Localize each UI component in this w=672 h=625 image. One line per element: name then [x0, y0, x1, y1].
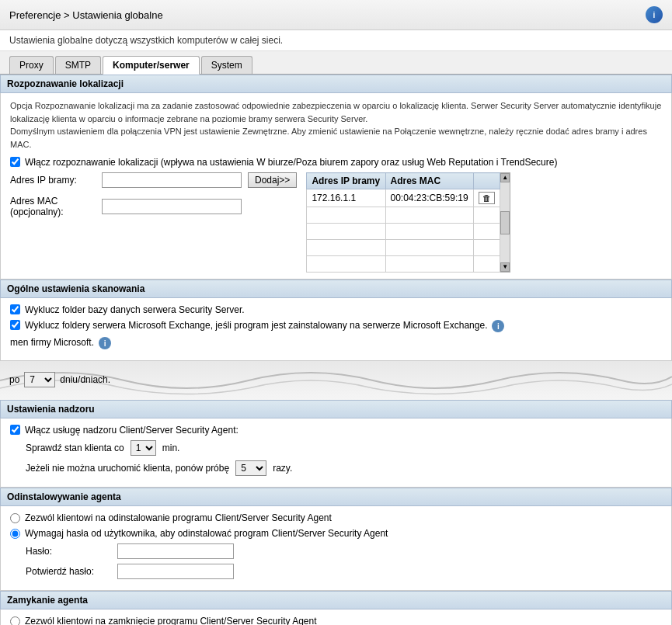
scan-checkbox-row-1: Wyklucz folder bazy danych serwera Secur… [10, 304, 662, 315]
scan-label-2: Wyklucz foldery serwera Microsoft Exchan… [25, 320, 487, 331]
page-header: Preferencje > Ustawienia globalne i [0, 0, 672, 30]
check-interval-row: Sprawdź stan klienta co 1 2 5 min. [26, 440, 662, 456]
close-radio-1[interactable] [10, 616, 20, 626]
monitoring-checkbox[interactable] [10, 425, 20, 435]
after-row: po 7 14 30 dniu/dniach. [9, 372, 110, 387]
table-cell-mac: 00:04:23:CB:59:19 [385, 189, 473, 207]
scan-checkbox-2[interactable] [10, 320, 20, 330]
table-row [307, 207, 500, 224]
scan-checkbox-row-3: men firmy Microsoft. i [10, 337, 662, 349]
tabs-bar: Proxy SMTP Komputer/serwer System [0, 51, 672, 75]
tab-proxy[interactable]: Proxy [9, 56, 54, 74]
monitoring-section-header: Ustawienia nadzoru [0, 400, 672, 418]
scan-label-1: Wyklucz folder bazy danych serwera Secur… [25, 304, 245, 315]
location-checkbox-row: Włącz rozpoznawanie lokalizacji (wpływa … [10, 157, 662, 168]
check-interval-prefix: Sprawdź stan klienta co [26, 443, 124, 453]
password-input[interactable] [117, 543, 234, 559]
ip-input[interactable] [102, 172, 242, 188]
uninstall-section-header: Odinstalowywanie agenta [0, 488, 672, 506]
tab-system[interactable]: System [201, 56, 252, 74]
monitoring-checkbox-row: Włącz usługę nadzoru Client/Server Secur… [10, 425, 662, 436]
scroll-down[interactable]: ▼ [500, 262, 510, 272]
check-interval-suffix: min. [162, 443, 180, 453]
location-enable-checkbox[interactable] [10, 157, 20, 167]
location-section-content: Opcja Rozpoznawanie lokalizacji ma za za… [0, 93, 672, 280]
mac-form-row: Adres MAC (opcjonalny): [10, 196, 297, 217]
uninstall-radio-label-1: Zezwól klientowi na odinstalowanie progr… [25, 512, 332, 523]
table-cell-delete [473, 256, 500, 273]
after-unit: dniu/dniach. [60, 374, 110, 385]
retry-row: Jeżeli nie można uruchomić klienta, ponó… [26, 460, 662, 476]
close-radio-row-1: Zezwól klientowi na zamknięcie programu … [10, 616, 662, 625]
table-cell-delete [473, 240, 500, 256]
gateway-table-wrapper: Adres IP bramy Adres MAC 172.16.1.1 00:0… [306, 172, 510, 273]
confirm-password-row: Potwierdź hasło: [26, 564, 662, 579]
table-row [307, 240, 500, 256]
table-row [307, 224, 500, 240]
uninstall-radio-1[interactable] [10, 513, 20, 523]
retry-suffix: razy. [273, 463, 292, 474]
page-title: Preferencje > Ustawienia globalne [9, 9, 163, 21]
wavy-divider: po 7 14 30 dniu/dniach. [0, 361, 672, 400]
gateway-table: Adres IP bramy Adres MAC 172.16.1.1 00:0… [306, 172, 500, 273]
close-section-header: Zamykanie agenta [0, 591, 672, 609]
ip-label: Adres IP bramy: [10, 175, 96, 186]
monitoring-label: Włącz usługę nadzoru Client/Server Secur… [25, 425, 239, 436]
left-form: Adres IP bramy: Dodaj>> Adres MAC (opcjo… [10, 172, 297, 222]
check-interval-select[interactable]: 1 2 5 [131, 440, 156, 456]
mac-input[interactable] [102, 199, 242, 214]
add-button[interactable]: Dodaj>> [248, 172, 297, 188]
info-icon-2[interactable]: i [99, 337, 111, 349]
close-radio-label-1: Zezwól klientowi na zamknięcie programu … [25, 616, 317, 625]
close-section-content: Zezwól klientowi na zamknięcie programu … [0, 609, 672, 625]
after-value-select[interactable]: 7 14 30 [24, 372, 55, 387]
password-row: Hasło: [26, 543, 662, 559]
tab-computer[interactable]: Komputer/serwer [103, 56, 200, 75]
table-cell-delete: 🗑 [473, 189, 500, 207]
table-cell-delete [473, 207, 500, 224]
scroll-thumb[interactable] [500, 211, 510, 234]
password-label: Hasło: [26, 546, 111, 557]
table-row [307, 256, 500, 273]
ip-mac-area: Adres IP bramy: Dodaj>> Adres MAC (opcjo… [10, 172, 662, 273]
table-cell-ip [307, 256, 385, 273]
retry-prefix: Jeżeli nie można uruchomić klienta, ponó… [26, 463, 229, 474]
page-subtitle: Ustawienia globalne dotyczą wszystkich k… [0, 30, 672, 51]
table-cell-mac [385, 224, 473, 240]
table-row: 172.16.1.1 00:04:23:CB:59:19 🗑 [307, 189, 500, 207]
mac-label: Adres MAC (opcjonalny): [10, 196, 96, 217]
scrollbar[interactable]: ▲ ▼ [500, 172, 510, 273]
scan-checkbox-1[interactable] [10, 304, 20, 314]
monitoring-section-content: Włącz usługę nadzoru Client/Server Secur… [0, 418, 672, 488]
table-cell-ip: 172.16.1.1 [307, 189, 385, 207]
scan-section-content: Wyklucz folder bazy danych serwera Secur… [0, 298, 672, 361]
table-cell-mac [385, 256, 473, 273]
col-mac-header: Adres MAC [385, 173, 473, 189]
uninstall-section-content: Zezwól klientowi na odinstalowanie progr… [0, 506, 672, 591]
uninstall-radio-label-2: Wymagaj hasła od użytkownika, aby odinst… [25, 528, 388, 539]
scroll-up[interactable]: ▲ [500, 173, 510, 182]
table-cell-delete [473, 224, 500, 240]
scan-section-header: Ogólne ustawienia skanowania [0, 280, 672, 298]
after-label: po [9, 374, 19, 385]
location-section-header: Rozpoznawanie lokalizacji [0, 75, 672, 93]
table-cell-ip [307, 207, 385, 224]
table-cell-mac [385, 240, 473, 256]
col-ip-header: Adres IP bramy [307, 173, 385, 189]
table-cell-ip [307, 224, 385, 240]
tab-smtp[interactable]: SMTP [55, 56, 101, 74]
location-info-text: Opcja Rozpoznawanie lokalizacji ma za za… [10, 99, 662, 151]
confirm-label: Potwierdź hasło: [26, 566, 111, 577]
info-icon-1[interactable]: i [492, 320, 504, 332]
scan-checkbox-row-2: Wyklucz foldery serwera Microsoft Exchan… [10, 320, 662, 332]
retry-select[interactable]: 5 3 10 [235, 460, 266, 476]
delete-row-button[interactable]: 🗑 [479, 192, 495, 204]
uninstall-radio-row-2: Wymagaj hasła od użytkownika, aby odinst… [10, 528, 662, 539]
scan-label-3: men firmy Microsoft. [10, 337, 94, 348]
confirm-password-input[interactable] [117, 564, 234, 579]
uninstall-radio-2[interactable] [10, 529, 20, 539]
ip-form-row: Adres IP bramy: Dodaj>> [10, 172, 297, 188]
table-cell-ip [307, 240, 385, 256]
uninstall-radio-row-1: Zezwól klientowi na odinstalowanie progr… [10, 512, 662, 523]
table-cell-mac [385, 207, 473, 224]
